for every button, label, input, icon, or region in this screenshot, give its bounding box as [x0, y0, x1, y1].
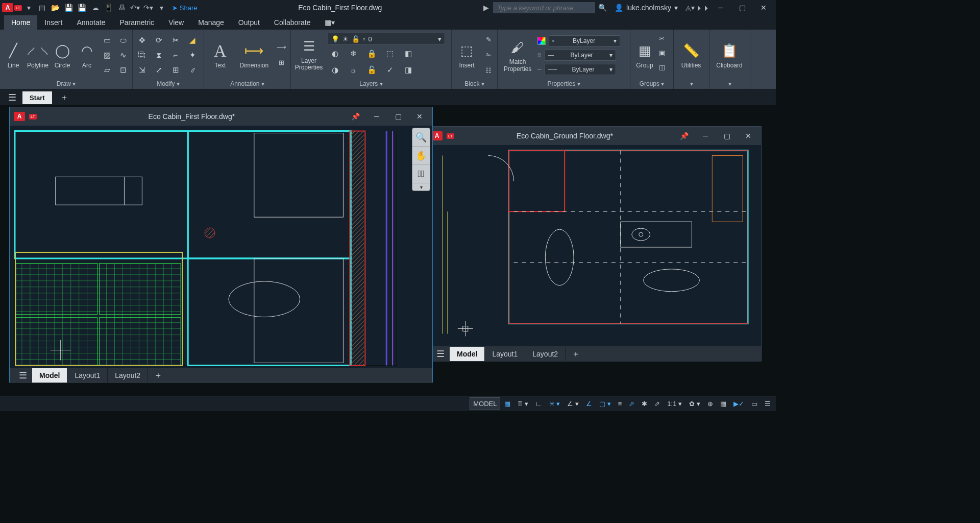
start-tab[interactable]: Start	[22, 91, 52, 104]
doc1-titlebar[interactable]: A LT Eco Cabin_First Floor.dwg* 📌 ─ ▢ ✕	[10, 107, 432, 126]
linetype-dropdown[interactable]: ──ByLayer▾	[545, 64, 616, 75]
polyline-button[interactable]: ⟋⟍ Polyline	[27, 32, 49, 79]
layer-thaw-icon[interactable]: ☼	[346, 63, 360, 77]
block-edit-icon[interactable]: ✁	[482, 49, 495, 62]
new-tab-button[interactable]: ＋	[54, 92, 75, 103]
doc1-add-layout[interactable]: ＋	[148, 370, 168, 381]
arc-button[interactable]: ◠ Arc	[76, 32, 98, 79]
close-icon[interactable]: ✕	[740, 132, 757, 140]
polar-toggle-icon[interactable]: ✳ ▾	[546, 398, 564, 410]
tab-collaborate[interactable]: Collaborate	[267, 15, 318, 30]
annoadd-icon[interactable]: ⬀	[651, 398, 663, 410]
qat-undo-icon[interactable]: ↶▾	[129, 2, 141, 14]
layer-uniso-icon[interactable]: ◨	[401, 63, 415, 77]
scale-icon[interactable]: ⤢	[152, 63, 166, 77]
annoscale-icon[interactable]: ⬀	[626, 398, 638, 410]
panel-annotation-label[interactable]: Annotation ▾	[206, 79, 288, 89]
minimize-icon[interactable]: ─	[697, 132, 714, 140]
cleanscreen-icon[interactable]: ▭	[748, 398, 761, 410]
doc1-canvas[interactable]: 🔍 ✋ ✕⃝ ▾	[10, 126, 432, 368]
copy-icon[interactable]: ⿻	[135, 49, 149, 62]
panel-clipboard-label[interactable]: ▾	[712, 79, 748, 89]
color-dropdown[interactable]: ▫ByLayer▾	[549, 35, 620, 46]
hardware-acc-icon[interactable]: ▶✓	[730, 398, 747, 410]
circle-button[interactable]: ◯ Circle	[51, 32, 74, 79]
panel-draw-label[interactable]: Draw ▾	[2, 79, 130, 89]
doc1-layout-model[interactable]: Model	[32, 368, 67, 383]
qat-redo-icon[interactable]: ↷▾	[142, 2, 155, 14]
tab-output[interactable]: Output	[231, 15, 267, 30]
app-menu-dropdown[interactable]: ▾	[23, 2, 35, 14]
explode-icon[interactable]: ✦	[185, 49, 200, 62]
file-tabs-menu-icon[interactable]: ☰	[4, 92, 20, 103]
rectangle-icon[interactable]: ▭	[100, 34, 114, 47]
panel-modify-label[interactable]: Modify ▾	[135, 79, 202, 89]
search-icon[interactable]: 🔍	[596, 2, 608, 14]
qat-saveweb-icon[interactable]: 📱	[103, 2, 115, 14]
search-input[interactable]	[493, 2, 595, 13]
navigation-bar[interactable]: 🔍 ✋ ✕⃝ ▾	[412, 128, 430, 191]
array-icon[interactable]: ⊞	[168, 63, 183, 77]
region-icon[interactable]: ▱	[100, 63, 114, 77]
maximize-icon[interactable]: ▢	[389, 112, 407, 121]
minimize-icon[interactable]: ─	[368, 112, 385, 121]
pin-icon[interactable]: 📌	[675, 132, 693, 140]
qat-save-icon[interactable]: 💾	[63, 2, 75, 14]
panel-properties-label[interactable]: Properties ▾	[500, 79, 628, 89]
units-toggle-icon[interactable]: ▦	[717, 398, 729, 410]
doc1-layout-2[interactable]: Layout2	[108, 368, 148, 383]
doc2-titlebar[interactable]: A LT Eco Cabin_Ground Floor.dwg* 📌 ─ ▢ ✕	[427, 127, 761, 145]
ungroup-icon[interactable]: ✂	[659, 35, 671, 47]
annovis-icon[interactable]: ✱	[639, 398, 650, 410]
ortho-toggle-icon[interactable]: ∟	[532, 398, 545, 410]
grid-toggle-icon[interactable]: ▦	[501, 398, 513, 410]
otrack-toggle-icon[interactable]: ∠	[583, 398, 595, 410]
qat-print-icon[interactable]: 🖶	[116, 2, 128, 14]
dimension-button[interactable]: ⟼ Dimension	[236, 32, 272, 79]
doc1-layout-1[interactable]: Layout1	[67, 368, 108, 383]
navbar-grip-icon[interactable]: ▾	[412, 183, 430, 191]
table-icon[interactable]: ⊞	[274, 56, 288, 69]
scale-label[interactable]: 1:1 ▾	[664, 398, 685, 410]
spline-icon[interactable]: ∿	[116, 49, 130, 62]
tab-home[interactable]: Home	[4, 15, 37, 30]
block-create-icon[interactable]: ✎	[482, 33, 495, 46]
stretch-icon[interactable]: ⇲	[135, 63, 149, 77]
workspace-switch-icon[interactable]: ✿ ▾	[686, 398, 703, 410]
layer-match-icon[interactable]: ⬚	[383, 47, 397, 60]
layer-properties-button[interactable]: ☰ Layer Properties	[293, 33, 325, 75]
snap-toggle-icon[interactable]: ⠿ ▾	[514, 398, 531, 410]
osnap-toggle-icon[interactable]: ▢ ▾	[596, 398, 614, 410]
layout-menu-icon[interactable]: ☰	[14, 370, 32, 381]
close-icon[interactable]: ✕	[411, 112, 428, 121]
autodesk-app-icon[interactable]: ◬▾	[684, 2, 696, 14]
point-icon[interactable]: ⊡	[116, 63, 130, 77]
layout-menu-icon[interactable]: ☰	[431, 348, 450, 360]
qat-openweb-icon[interactable]: ☁	[89, 2, 102, 14]
customize-statusbar-icon[interactable]: ☰	[762, 398, 774, 410]
doc2-layout-2[interactable]: Layout2	[525, 347, 566, 361]
panel-groups-label[interactable]: Groups ▾	[632, 79, 671, 89]
layer-unlock-icon[interactable]: 🔓	[364, 63, 379, 77]
tab-manage[interactable]: Manage	[191, 15, 231, 30]
hatch-icon[interactable]: ▨	[100, 49, 114, 62]
ellipse-icon[interactable]: ⬭	[116, 34, 130, 47]
zoom-extents-icon[interactable]: 🔍	[412, 128, 430, 147]
group-edit-icon[interactable]: ▣	[659, 49, 671, 61]
share-button[interactable]: ➤ Share	[169, 4, 201, 12]
insert-button[interactable]: ⬚ Insert	[454, 32, 480, 79]
pan-icon[interactable]: ✋	[412, 147, 430, 165]
line-button[interactable]: ╱ Line	[2, 32, 24, 79]
qat-new-icon[interactable]: ▤	[36, 2, 48, 14]
doc2-add-layout[interactable]: ＋	[566, 349, 586, 360]
tab-parametric[interactable]: Parametric	[112, 15, 161, 30]
lineweight-dropdown[interactable]: —ByLayer▾	[545, 50, 616, 61]
layer-off-icon[interactable]: ◐	[328, 47, 342, 60]
layer-iso-icon[interactable]: ◧	[401, 47, 415, 60]
close-button[interactable]: ✕	[753, 4, 774, 12]
tab-extra-icon[interactable]: ▦▾	[317, 15, 342, 30]
document-window-2[interactable]: A LT Eco Cabin_Ground Floor.dwg* 📌 ─ ▢ ✕	[427, 126, 762, 361]
layer-lock2-icon[interactable]: 🔒	[364, 47, 379, 60]
layer-current-icon[interactable]: ✓	[383, 63, 397, 77]
tab-insert[interactable]: Insert	[37, 15, 69, 30]
